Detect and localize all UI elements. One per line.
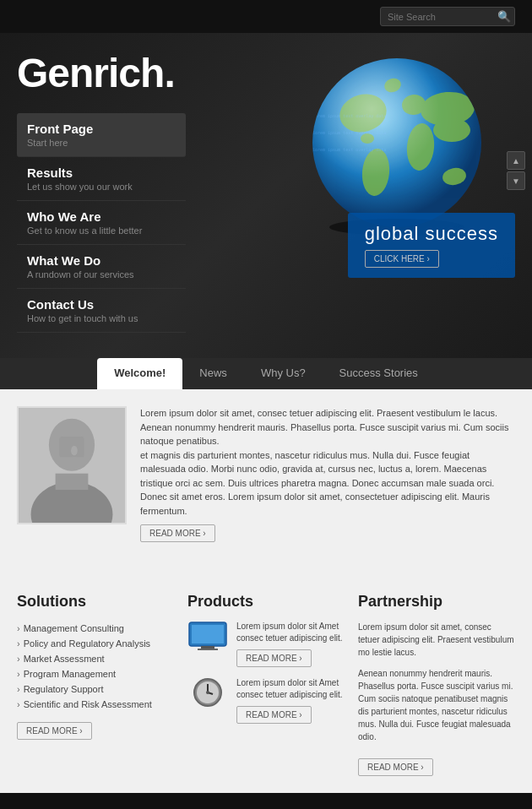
welcome-text-block: Lorem ipsum dolor sit amet, consec tetue… (140, 406, 515, 542)
list-item: Regulatory Support (17, 681, 174, 697)
search-icon[interactable]: 🔍 (497, 10, 511, 23)
solutions-list: Management Consulting Policy and Regulat… (17, 621, 174, 712)
product-text-1: Lorem ipsum dolor sit Amet consec tetuer… (236, 621, 345, 667)
partnership-para2: Aenean nonummy hendrerit mauris. Phasell… (358, 667, 515, 743)
nav-title-who-we-are: Who We Are (27, 209, 176, 224)
product-item-2: Lorem ipsum dolor sit Amet consec tetuer… (187, 677, 345, 724)
scroll-arrows: ▲ ▼ (507, 151, 525, 190)
partnership-title: Partnership (358, 593, 515, 611)
svg-rect-20 (59, 437, 84, 457)
tab-welcome[interactable]: Welcome! (97, 358, 182, 389)
welcome-para2: et magnis dis parturient montes, nascetu… (140, 448, 515, 519)
partnership-read-more-button[interactable]: READ MORE › (358, 758, 433, 776)
nav-item-front-page[interactable]: Front Page Start here (17, 113, 186, 157)
globe-area: lorem ipsum text overlay data lorem ipsu… (262, 50, 515, 303)
list-item: Scientific and Risk Assessment (17, 697, 174, 712)
clock-icon (187, 677, 228, 708)
nav-sub-contact-us: How to get in touch with us (27, 313, 176, 323)
global-success-text: global success (365, 223, 498, 245)
svg-rect-24 (201, 646, 214, 649)
tabs-bar: Welcome! News Why Us? Success Stories (17, 358, 515, 389)
search-bar: 🔍 (380, 7, 515, 26)
scroll-up-button[interactable]: ▲ (507, 151, 525, 170)
globe-svg: lorem ipsum text overlay data lorem ipsu… (304, 50, 490, 236)
tab-why-us[interactable]: Why Us? (244, 358, 323, 389)
nav-item-who-we-are[interactable]: Who We Are Get to know us a little bette… (17, 201, 186, 245)
tab-success-stories[interactable]: Success Stories (323, 358, 435, 389)
main-nav: Front Page Start here Results Let us sho… (17, 113, 186, 333)
welcome-read-more-button[interactable]: READ MORE › (140, 524, 215, 542)
welcome-para1: Lorem ipsum dolor sit amet, consec tetue… (140, 406, 515, 448)
content-area: Lorem ipsum dolor sit amet, consec tetue… (0, 389, 532, 576)
svg-rect-19 (56, 474, 89, 490)
partnership-col: Partnership Lorem ipsum dolor sit amet, … (358, 593, 515, 776)
solutions-title: Solutions (17, 593, 174, 611)
product-read-more-button-1[interactable]: READ MORE › (236, 649, 312, 667)
nav-title-contact-us: Contact Us (27, 297, 176, 312)
monitor-icon (187, 621, 228, 651)
nav-sub-front-page: Start here (27, 138, 176, 148)
list-item: Market Assessment (17, 651, 174, 666)
list-item: Program Management (17, 666, 174, 681)
svg-point-14 (312, 58, 481, 227)
header: 🔍 (0, 0, 532, 33)
list-item: Policy and Regulatory Analysis (17, 636, 174, 651)
click-here-button[interactable]: CLICK HERE › (365, 250, 439, 268)
partnership-para1: Lorem ipsum dolor sit amet, consec tetue… (358, 621, 515, 659)
svg-point-30 (206, 691, 209, 694)
scroll-down-button[interactable]: ▼ (507, 171, 525, 190)
tabs-section: Welcome! News Why Us? Success Stories (0, 358, 532, 389)
global-success-badge: global success CLICK HERE › (348, 213, 515, 278)
solutions-col: Solutions Management Consulting Policy a… (17, 593, 174, 776)
solutions-read-more-button[interactable]: READ MORE › (17, 722, 92, 740)
product-read-more-button-2[interactable]: READ MORE › (236, 706, 312, 724)
svg-point-21 (71, 446, 78, 456)
search-input[interactable] (388, 12, 497, 22)
nav-item-contact-us[interactable]: Contact Us How to get in touch with us (17, 289, 186, 333)
bottom-columns: Solutions Management Consulting Policy a… (0, 576, 532, 793)
nav-title-front-page: Front Page (27, 122, 176, 136)
hero-section: Genrich. Front Page Start here Results L… (0, 33, 532, 358)
products-title: Products (187, 593, 345, 611)
svg-rect-23 (192, 625, 224, 643)
list-item: Management Consulting (17, 621, 174, 636)
nav-title-results: Results (27, 166, 176, 180)
avatar-svg (19, 406, 125, 524)
product-text-2: Lorem ipsum dolor sit Amet consec tetuer… (236, 677, 345, 724)
product-item-1: Lorem ipsum dolor sit Amet consec tetuer… (187, 621, 345, 667)
nav-item-what-we-do[interactable]: What We Do A rundown of our services (17, 245, 186, 289)
welcome-section: Lorem ipsum dolor sit amet, consec tetue… (17, 406, 515, 542)
brands-bar: ✛ QLIUS Jetsko vision ✦Qlear (0, 793, 532, 809)
tab-news[interactable]: News (182, 358, 244, 389)
nav-title-what-we-do: What We Do (27, 253, 176, 268)
nav-item-results[interactable]: Results Let us show you our work (17, 157, 186, 201)
svg-rect-25 (198, 649, 218, 650)
nav-sub-who-we-are: Get to know us a little better (27, 225, 176, 236)
nav-sub-what-we-do: A rundown of our services (27, 269, 176, 280)
nav-sub-results: Let us show you our work (27, 182, 176, 192)
products-col: Products Lorem ipsum dolor sit Amet cons… (187, 593, 345, 776)
avatar (17, 406, 127, 524)
